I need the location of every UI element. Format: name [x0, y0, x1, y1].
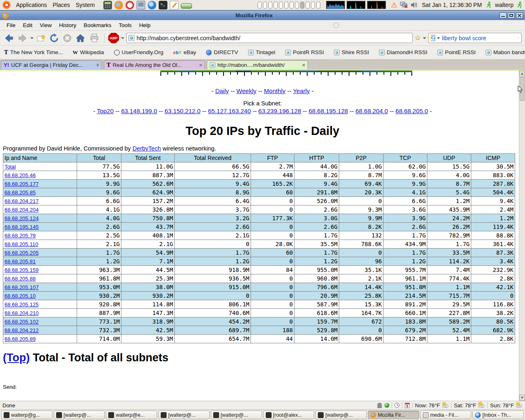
- warning-icon[interactable]: ⚠: [391, 2, 397, 9]
- ip-link-68-68-205-81[interactable]: 68.68.205.81: [5, 258, 36, 265]
- taskbar-button-mozilla-fir[interactable]: Mozilla Fir...: [368, 411, 419, 419]
- ghost-extension-icon[interactable]: [377, 403, 382, 408]
- history-dropdown-icon[interactable]: [30, 37, 34, 41]
- subnet-link-68-68-204-0[interactable]: 68.68.204.0: [356, 107, 388, 114]
- weather-sun[interactable]: Sun: 78°F: [490, 402, 523, 409]
- window-list-item[interactable]: [263, 2, 267, 9]
- adblock-dropdown-icon[interactable]: [121, 37, 124, 41]
- close-button[interactable]: [516, 12, 523, 18]
- menu-edit[interactable]: Edit: [20, 21, 36, 30]
- system-monitor-applet[interactable]: [326, 1, 386, 9]
- print-button[interactable]: [88, 32, 100, 44]
- weather-sat[interactable]: Sat: 78°F: [454, 402, 485, 409]
- home-button[interactable]: [75, 32, 86, 44]
- tab-close-icon[interactable]: ×: [96, 62, 99, 68]
- bookmark-the-new-york-time[interactable]: TThe New York Time...: [4, 49, 63, 55]
- ip-link-68-68-205-79[interactable]: 68.68.205.79: [5, 233, 36, 239]
- taskbar-button-walterp-g[interactable]: walterp@g...: [1, 411, 52, 419]
- subnet-link-63-239-196-128[interactable]: 63.239.196.128: [258, 107, 301, 114]
- tab-close-icon[interactable]: ×: [199, 62, 202, 68]
- subnet-link-63-148-199-0[interactable]: 63.148.199.0: [121, 107, 157, 114]
- battery-launcher-icon[interactable]: [181, 3, 192, 9]
- ip-link-68-68-205-107[interactable]: 68.68.205.107: [5, 284, 39, 290]
- ip-link-68-68-204-204[interactable]: 68.68.204.204: [5, 207, 39, 213]
- thunderbird-launcher-icon[interactable]: [148, 1, 156, 9]
- clock-extension-icon[interactable]: [395, 403, 399, 408]
- taskbar-button-walterp[interactable]: [walterp@...: [211, 411, 262, 419]
- ip-link-68-68-204-210[interactable]: 68.68.204.210: [5, 310, 39, 316]
- window-list-item[interactable]: [258, 2, 262, 9]
- url-bar[interactable]: [126, 33, 413, 43]
- window-list-item[interactable]: [295, 2, 299, 9]
- subnet-link-top20[interactable]: Top20: [97, 107, 114, 114]
- menu-file[interactable]: File: [3, 21, 19, 30]
- subnet-link-63-150-212-0[interactable]: 63.150.212.0: [164, 107, 201, 114]
- firefox-titlebar[interactable]: Mozilla Firefox: [0, 10, 525, 20]
- minimize-button[interactable]: [500, 12, 507, 18]
- bookmark-tintagel[interactable]: Tintagel: [248, 49, 276, 55]
- search-box[interactable]: G: [428, 33, 522, 43]
- bookmark-shire-rssi[interactable]: Shire RSSI: [334, 49, 369, 55]
- taskbar-button-walterp-e[interactable]: walterp@e...: [106, 411, 157, 419]
- ip-link-total[interactable]: Total: [5, 164, 16, 170]
- ip-link-68-68-205-124[interactable]: 68.68.205.124: [5, 215, 39, 221]
- ip-link-68-68-195-145[interactable]: 68.68.195.145: [5, 224, 39, 230]
- menu-bookmarks[interactable]: Bookmarks: [80, 21, 115, 30]
- search-input[interactable]: [442, 35, 516, 41]
- ip-link-68-68-205-46[interactable]: 68.68.205.46: [5, 172, 36, 178]
- help-launcher-icon[interactable]: [126, 1, 134, 9]
- ip-link-68-68-205-110[interactable]: 68.68.205.110: [5, 241, 38, 247]
- bookmark-pointe-rssi[interactable]: PointE RSSI: [437, 49, 476, 55]
- url-dropdown-icon[interactable]: [423, 37, 426, 41]
- firefox-launcher-icon[interactable]: [114, 1, 123, 9]
- window-list-item[interactable]: [284, 2, 288, 9]
- bookmark-star-icon[interactable]: ☆: [415, 34, 421, 41]
- ip-link-68-68-204-212[interactable]: 68.68.204.212: [5, 327, 39, 333]
- ip-link-68-68-205-102[interactable]: 68.68.205.102: [5, 319, 39, 325]
- derbytech-link[interactable]: DerbyTech: [132, 145, 161, 152]
- tab-real-life-among-the-old-ol[interactable]: TReal Life Among the Old Ol...×: [104, 60, 205, 69]
- screenshot-launcher-icon[interactable]: [137, 1, 145, 9]
- top-anchor-link[interactable]: (Top): [3, 352, 30, 364]
- google-engine-icon[interactable]: G: [431, 35, 435, 41]
- taskbar-button-inbox-th[interactable]: [Inbox - Th...: [472, 411, 524, 419]
- subnet-link-68-68-205-0[interactable]: 68.68.205.0: [395, 107, 428, 114]
- ip-link-68-68-205-177[interactable]: 68.68.205.177: [5, 181, 39, 187]
- menu-help[interactable]: Help: [136, 21, 154, 30]
- window-list-item[interactable]: [274, 2, 278, 9]
- bookmark-userfriendly-org[interactable]: UserFriendly.Org: [114, 49, 164, 55]
- runner-icon[interactable]: [486, 1, 492, 9]
- ip-link-68-68-205-89[interactable]: 68.68.205.89: [5, 336, 36, 342]
- taskbar-button-root-alex[interactable]: [root@alex...: [263, 411, 315, 419]
- menu-history[interactable]: History: [56, 21, 80, 30]
- reload-button[interactable]: [48, 32, 60, 44]
- bookmark-ebay[interactable]: ebYeBay: [173, 49, 196, 55]
- network-offline-icon[interactable]: [400, 1, 408, 9]
- back-button[interactable]: [3, 32, 15, 44]
- bookmark-diamondh-rssi[interactable]: DiamondH RSSI: [379, 49, 427, 55]
- scrollbar-track[interactable]: [519, 101, 525, 395]
- stop-button[interactable]: [62, 32, 73, 44]
- scroll-up-button[interactable]: ▲: [519, 71, 525, 77]
- cpu-graph-icon[interactable]: [326, 1, 345, 9]
- page-bookmark-icon[interactable]: [36, 32, 46, 44]
- tab-http-mabon-m-bandwidth[interactable]: http://mabon....m/bandwidth/×: [207, 60, 308, 69]
- period-link-daily[interactable]: Daily: [215, 87, 229, 94]
- bookmark-pointr-rssi[interactable]: PointR RSSI: [285, 49, 324, 55]
- scroll-down-button[interactable]: ▼: [519, 395, 525, 401]
- taskbar-button-walterp[interactable]: [walterp@...: [158, 411, 210, 419]
- bookmark-wikipedia[interactable]: WWikipedia: [73, 49, 104, 55]
- bookmark-directv[interactable]: DIRECTV: [206, 49, 238, 55]
- subnet-link-65-127-163-240[interactable]: 65.127.163.240: [208, 107, 251, 114]
- runner-icon[interactable]: [517, 1, 523, 9]
- green-status-icon[interactable]: [384, 403, 389, 408]
- taskbar-button-walterp[interactable]: [walterp@...: [315, 411, 367, 419]
- forward-button[interactable]: [17, 32, 28, 44]
- calculator-launcher-icon[interactable]: [103, 1, 112, 9]
- subnet-link-68-68-195-128[interactable]: 68.68.195.128: [308, 107, 348, 114]
- network-graph-icon[interactable]: [367, 1, 386, 9]
- terminal-launcher-icon[interactable]: [159, 1, 167, 9]
- window-list-item[interactable]: [316, 2, 320, 9]
- panel-menu-system[interactable]: System: [73, 1, 98, 9]
- ip-link-68-68-205-159[interactable]: 68.68.205.159: [5, 267, 39, 273]
